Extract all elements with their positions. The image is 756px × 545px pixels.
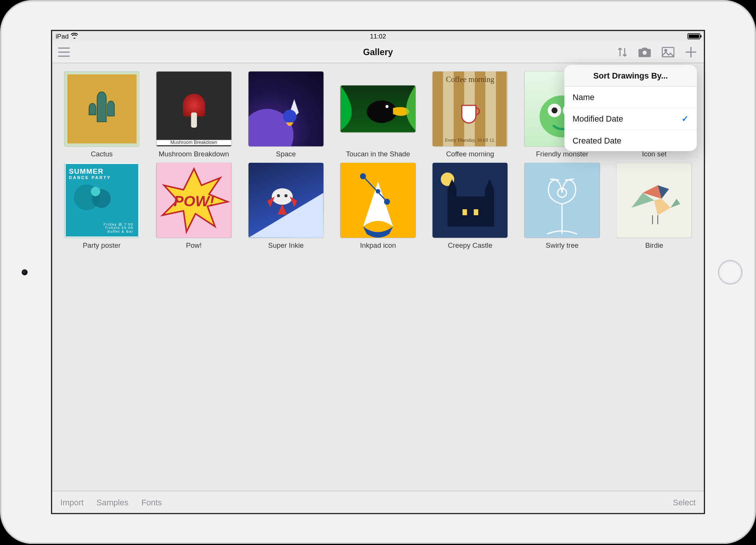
sort-option[interactable]: Name [564, 86, 697, 108]
svg-point-10 [552, 107, 558, 113]
drawing-title: Super Inkie [268, 241, 304, 250]
drawing-thumbnail[interactable]: SUMMERDANCE PARTYFriday @ 7:00 Tickets £… [64, 163, 139, 238]
drawing-cell[interactable]: Birdie [608, 163, 700, 249]
drawing-thumbnail[interactable] [617, 163, 692, 238]
sort-option-label: Modified Date [573, 114, 623, 124]
drawing-title: Icon set [642, 150, 666, 158]
fonts-button[interactable]: Fonts [141, 497, 162, 507]
drawing-thumbnail[interactable] [525, 163, 600, 238]
svg-point-5 [367, 100, 397, 123]
drawing-title: Inkpad icon [360, 241, 396, 250]
drawing-title: Space [276, 150, 296, 158]
screen: iPad 11:02 Gallery [51, 30, 705, 514]
drawing-thumbnail[interactable] [248, 163, 323, 238]
home-button[interactable] [718, 260, 742, 284]
nav-bar: Gallery [52, 41, 704, 63]
svg-point-2 [665, 49, 667, 51]
drawing-title: Pow! [186, 241, 201, 250]
svg-rect-25 [448, 189, 457, 226]
drawing-title: Party poster [83, 241, 121, 250]
select-button[interactable]: Select [673, 497, 696, 507]
import-button[interactable]: Import [60, 497, 84, 507]
drawing-cell[interactable]: Coffee morningEvery Thursday, 10 till 12… [424, 71, 516, 158]
device-camera [22, 269, 28, 275]
svg-marker-28 [485, 179, 494, 189]
sort-option[interactable]: Created Date [564, 130, 697, 151]
drawing-cell[interactable]: Space [240, 71, 332, 158]
status-bar: iPad 11:02 [52, 31, 704, 41]
drawing-thumbnail[interactable] [341, 85, 415, 132]
status-time: 11:02 [370, 32, 386, 40]
drawing-title: Creepy Castle [448, 241, 493, 250]
drawing-title: Cactus [91, 150, 113, 158]
svg-point-14 [91, 187, 100, 196]
samples-button[interactable]: Samples [96, 497, 128, 507]
drawing-cell[interactable]: Creepy Castle [424, 163, 516, 249]
sort-icon[interactable] [617, 46, 628, 57]
drawing-thumbnail[interactable] [432, 163, 507, 238]
camera-icon[interactable] [638, 46, 651, 57]
drawing-cell[interactable]: Toucan in the Shade [332, 71, 424, 158]
drawing-thumbnail[interactable]: Coffee morningEvery Thursday, 10 till 12… [432, 71, 507, 146]
battery-icon [688, 33, 700, 39]
add-icon[interactable] [685, 46, 697, 58]
device-label: iPad [56, 32, 68, 40]
sort-option-label: Name [573, 93, 595, 102]
drawing-title: Coffee morning [446, 150, 494, 158]
svg-point-17 [272, 188, 293, 205]
menu-icon[interactable] [58, 47, 70, 57]
drawing-cell[interactable]: POW!Pow! [148, 163, 240, 249]
drawing-title: Toucan in the Shade [346, 150, 410, 158]
drawing-title: Friendly monster [536, 150, 589, 158]
svg-marker-36 [671, 199, 681, 208]
wifi-icon [71, 32, 78, 40]
svg-rect-26 [485, 189, 494, 226]
svg-point-6 [386, 105, 389, 108]
drawing-thumbnail[interactable] [248, 71, 323, 146]
drawing-title: Mushroom Breakdown [159, 150, 229, 158]
svg-point-19 [284, 194, 287, 197]
drawing-cell[interactable]: SUMMERDANCE PARTYFriday @ 7:00 Tickets £… [56, 163, 148, 249]
svg-rect-29 [463, 209, 467, 215]
page-title: Gallery [363, 47, 393, 57]
svg-marker-34 [654, 199, 671, 215]
checkmark-icon: ✓ [682, 114, 689, 124]
svg-point-0 [642, 50, 647, 55]
bottom-toolbar: Import Samples Fonts Select [52, 491, 704, 513]
drawing-thumbnail[interactable]: POW! [156, 163, 231, 238]
drawing-thumbnail[interactable]: Mushroom Breakdown [156, 71, 231, 146]
popover-title: Sort Drawings By... [564, 65, 697, 86]
drawing-cell[interactable]: Mushroom BreakdownMushroom Breakdown [148, 71, 240, 158]
drawing-title: Birdie [645, 241, 663, 250]
svg-text:POW!: POW! [174, 193, 214, 209]
svg-point-4 [283, 110, 296, 123]
drawing-cell[interactable]: Swirly tree [516, 163, 608, 249]
drawing-cell[interactable]: Inkpad icon [332, 163, 424, 249]
svg-point-18 [277, 194, 280, 197]
drawing-cell[interactable]: Cactus [56, 71, 148, 158]
drawing-thumbnail[interactable] [341, 163, 415, 238]
drawing-thumbnail[interactable] [64, 71, 139, 146]
ipad-device-frame: iPad 11:02 Gallery [0, 0, 756, 544]
svg-rect-30 [474, 209, 479, 215]
sort-option[interactable]: Modified Date✓ [564, 108, 697, 130]
drawing-cell[interactable]: Super Inkie [240, 163, 332, 249]
photo-icon[interactable] [662, 46, 674, 57]
sort-popover: Sort Drawings By... NameModified Date✓Cr… [564, 65, 697, 151]
sort-option-label: Created Date [573, 136, 621, 145]
drawing-title: Swirly tree [546, 241, 579, 250]
